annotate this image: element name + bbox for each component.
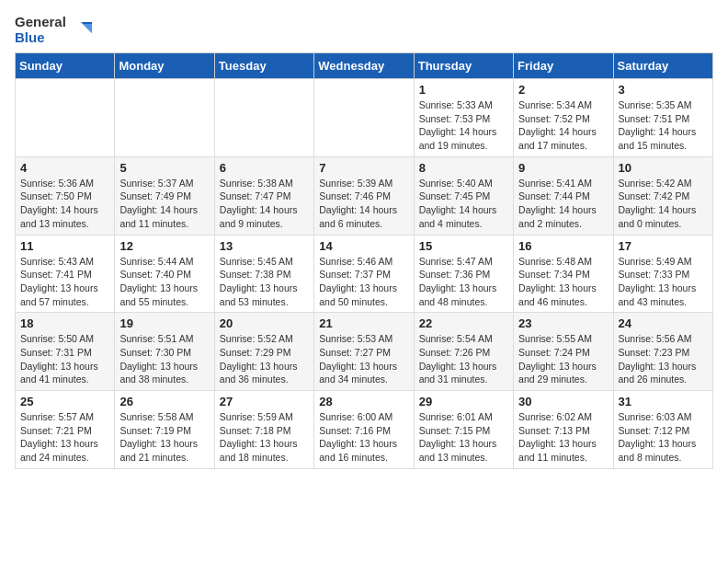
header-day: Friday — [514, 53, 613, 79]
day-number: 19 — [119, 316, 209, 330]
day-number: 15 — [419, 239, 508, 253]
calendar-cell — [314, 79, 414, 157]
day-info: Sunrise: 5:51 AMSunset: 7:30 PMDaylight:… — [119, 332, 209, 386]
day-number: 25 — [20, 395, 109, 408]
calendar-cell: 18Sunrise: 5:50 AMSunset: 7:31 PMDayligh… — [16, 313, 115, 391]
day-info: Sunrise: 5:35 AMSunset: 7:51 PMDaylight:… — [619, 98, 708, 153]
day-info: Sunrise: 5:38 AMSunset: 7:47 PMDaylight:… — [220, 177, 309, 231]
calendar-cell: 8Sunrise: 5:40 AMSunset: 7:45 PMDaylight… — [414, 156, 513, 235]
calendar-cell: 13Sunrise: 5:45 AMSunset: 7:38 PMDayligh… — [214, 235, 313, 313]
day-number: 14 — [319, 239, 408, 253]
calendar-cell: 6Sunrise: 5:38 AMSunset: 7:47 PMDaylight… — [214, 156, 313, 235]
calendar-cell: 17Sunrise: 5:49 AMSunset: 7:33 PMDayligh… — [613, 235, 712, 313]
calendar-cell: 15Sunrise: 5:47 AMSunset: 7:36 PMDayligh… — [414, 235, 513, 313]
logo-arrow-icon — [72, 20, 92, 40]
day-number: 12 — [119, 239, 209, 253]
calendar-cell: 31Sunrise: 6:03 AMSunset: 7:12 PMDayligh… — [613, 391, 712, 469]
calendar-cell: 26Sunrise: 5:58 AMSunset: 7:19 PMDayligh… — [115, 391, 214, 469]
day-info: Sunrise: 5:45 AMSunset: 7:38 PMDaylight:… — [220, 255, 309, 309]
week-row: 1Sunrise: 5:33 AMSunset: 7:53 PMDaylight… — [16, 79, 713, 157]
day-info: Sunrise: 5:40 AMSunset: 7:45 PMDaylight:… — [419, 177, 508, 231]
calendar-cell: 19Sunrise: 5:51 AMSunset: 7:30 PMDayligh… — [115, 313, 214, 391]
day-info: Sunrise: 5:33 AMSunset: 7:53 PMDaylight:… — [419, 98, 508, 153]
header-day: Thursday — [414, 53, 513, 79]
day-info: Sunrise: 6:00 AMSunset: 7:16 PMDaylight:… — [319, 410, 408, 465]
day-number: 9 — [518, 161, 608, 175]
calendar-cell: 4Sunrise: 5:36 AMSunset: 7:50 PMDaylight… — [16, 156, 115, 235]
day-info: Sunrise: 5:48 AMSunset: 7:34 PMDaylight:… — [518, 255, 608, 309]
calendar-cell: 16Sunrise: 5:48 AMSunset: 7:34 PMDayligh… — [514, 235, 613, 313]
day-number: 28 — [319, 395, 408, 408]
week-row: 4Sunrise: 5:36 AMSunset: 7:50 PMDaylight… — [16, 156, 713, 235]
calendar-cell: 1Sunrise: 5:33 AMSunset: 7:53 PMDaylight… — [414, 79, 513, 157]
week-row: 25Sunrise: 5:57 AMSunset: 7:21 PMDayligh… — [16, 391, 713, 469]
calendar-cell: 12Sunrise: 5:44 AMSunset: 7:40 PMDayligh… — [115, 235, 214, 313]
day-number: 20 — [220, 316, 309, 330]
day-info: Sunrise: 5:59 AMSunset: 7:18 PMDaylight:… — [220, 410, 309, 465]
day-info: Sunrise: 5:57 AMSunset: 7:21 PMDaylight:… — [20, 410, 109, 465]
day-info: Sunrise: 5:50 AMSunset: 7:31 PMDaylight:… — [20, 332, 109, 386]
day-info: Sunrise: 5:58 AMSunset: 7:19 PMDaylight:… — [119, 410, 209, 465]
calendar-cell: 22Sunrise: 5:54 AMSunset: 7:26 PMDayligh… — [414, 313, 513, 391]
page-header: General Blue — [15, 15, 713, 45]
day-number: 26 — [119, 395, 209, 408]
day-number: 8 — [419, 161, 508, 175]
day-info: Sunrise: 5:39 AMSunset: 7:46 PMDaylight:… — [319, 177, 408, 231]
header-day: Tuesday — [214, 53, 313, 79]
day-info: Sunrise: 5:54 AMSunset: 7:26 PMDaylight:… — [419, 332, 508, 386]
calendar-cell: 20Sunrise: 5:52 AMSunset: 7:29 PMDayligh… — [214, 313, 313, 391]
week-row: 18Sunrise: 5:50 AMSunset: 7:31 PMDayligh… — [16, 313, 713, 391]
day-info: Sunrise: 5:42 AMSunset: 7:42 PMDaylight:… — [619, 177, 708, 231]
svg-marker-1 — [83, 24, 92, 33]
calendar-cell: 7Sunrise: 5:39 AMSunset: 7:46 PMDaylight… — [314, 156, 414, 235]
calendar-cell: 25Sunrise: 5:57 AMSunset: 7:21 PMDayligh… — [16, 391, 115, 469]
calendar-cell: 5Sunrise: 5:37 AMSunset: 7:49 PMDaylight… — [115, 156, 214, 235]
calendar-cell — [115, 79, 214, 157]
day-number: 5 — [119, 161, 209, 175]
day-info: Sunrise: 5:41 AMSunset: 7:44 PMDaylight:… — [518, 177, 608, 231]
calendar-cell: 24Sunrise: 5:56 AMSunset: 7:23 PMDayligh… — [613, 313, 712, 391]
day-number: 29 — [419, 395, 508, 408]
week-row: 11Sunrise: 5:43 AMSunset: 7:41 PMDayligh… — [16, 235, 713, 313]
day-info: Sunrise: 5:49 AMSunset: 7:33 PMDaylight:… — [619, 255, 708, 309]
logo-general: General — [15, 15, 66, 30]
day-number: 1 — [419, 83, 508, 97]
day-number: 2 — [518, 83, 608, 97]
day-number: 3 — [619, 83, 708, 97]
day-info: Sunrise: 6:03 AMSunset: 7:12 PMDaylight:… — [619, 410, 708, 465]
calendar-cell: 27Sunrise: 5:59 AMSunset: 7:18 PMDayligh… — [214, 391, 313, 469]
calendar-cell — [214, 79, 313, 157]
header-day: Monday — [115, 53, 214, 79]
day-number: 10 — [619, 161, 708, 175]
logo-text: General Blue — [15, 15, 66, 45]
day-info: Sunrise: 5:37 AMSunset: 7:49 PMDaylight:… — [119, 177, 209, 231]
day-info: Sunrise: 5:53 AMSunset: 7:27 PMDaylight:… — [319, 332, 408, 386]
day-info: Sunrise: 5:36 AMSunset: 7:50 PMDaylight:… — [20, 177, 109, 231]
calendar-cell: 10Sunrise: 5:42 AMSunset: 7:42 PMDayligh… — [613, 156, 712, 235]
day-info: Sunrise: 5:52 AMSunset: 7:29 PMDaylight:… — [220, 332, 309, 386]
header-day: Saturday — [613, 53, 712, 79]
calendar-cell: 21Sunrise: 5:53 AMSunset: 7:27 PMDayligh… — [314, 313, 414, 391]
calendar-cell: 23Sunrise: 5:55 AMSunset: 7:24 PMDayligh… — [514, 313, 613, 391]
day-info: Sunrise: 5:56 AMSunset: 7:23 PMDaylight:… — [619, 332, 708, 386]
day-number: 27 — [220, 395, 309, 408]
header-row: SundayMondayTuesdayWednesdayThursdayFrid… — [16, 53, 713, 79]
calendar-cell — [16, 79, 115, 157]
header-day: Sunday — [16, 53, 115, 79]
day-number: 23 — [518, 316, 608, 330]
day-info: Sunrise: 5:55 AMSunset: 7:24 PMDaylight:… — [518, 332, 608, 386]
day-info: Sunrise: 5:44 AMSunset: 7:40 PMDaylight:… — [119, 255, 209, 309]
day-number: 21 — [319, 316, 408, 330]
calendar-cell: 9Sunrise: 5:41 AMSunset: 7:44 PMDaylight… — [514, 156, 613, 235]
day-number: 17 — [619, 239, 708, 253]
day-number: 24 — [619, 316, 708, 330]
calendar-table: SundayMondayTuesdayWednesdayThursdayFrid… — [15, 52, 713, 469]
day-number: 4 — [20, 161, 109, 175]
day-number: 7 — [319, 161, 408, 175]
day-info: Sunrise: 5:43 AMSunset: 7:41 PMDaylight:… — [20, 255, 109, 309]
calendar-cell: 29Sunrise: 6:01 AMSunset: 7:15 PMDayligh… — [414, 391, 513, 469]
calendar-cell: 2Sunrise: 5:34 AMSunset: 7:52 PMDaylight… — [514, 79, 613, 157]
day-info: Sunrise: 6:02 AMSunset: 7:13 PMDaylight:… — [518, 410, 608, 465]
day-number: 16 — [518, 239, 608, 253]
day-info: Sunrise: 5:46 AMSunset: 7:37 PMDaylight:… — [319, 255, 408, 309]
